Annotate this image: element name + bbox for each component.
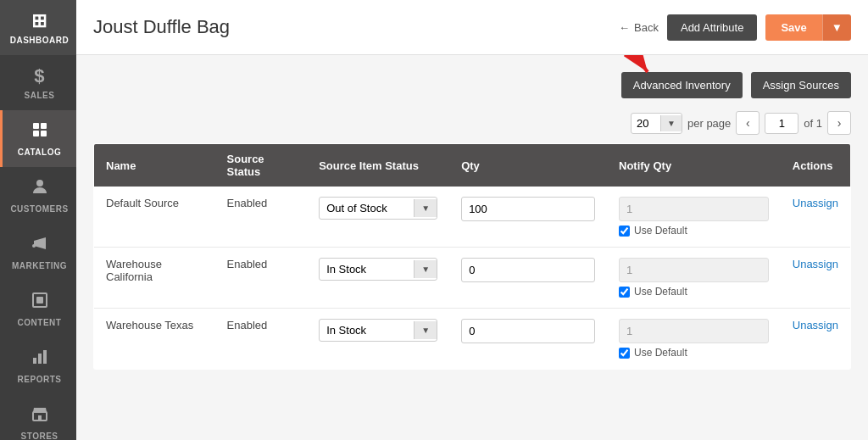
row-source-status: Enabled [215, 248, 308, 309]
source-item-status-select[interactable]: In Stock Out of Stock [320, 259, 414, 280]
status-select-dropdown-icon: ▼ [414, 260, 437, 278]
row-notify-qty: Use Default [607, 248, 781, 309]
notify-qty-input[interactable] [619, 197, 769, 221]
dashboard-icon: ⊞ [31, 10, 47, 32]
toolbar-row: Advanced Inventory Assign Sources [93, 72, 851, 98]
row-source-item-status: Out of Stock In Stock ▼ [307, 187, 449, 248]
notify-qty-input[interactable] [619, 319, 769, 343]
red-arrow-indicator [601, 55, 686, 89]
add-attribute-button[interactable]: Add Attribute [667, 14, 757, 41]
source-item-status-select-wrapper[interactable]: In Stock Out of Stock ▼ [319, 319, 437, 342]
prev-page-button[interactable]: ‹ [736, 111, 760, 135]
row-qty [449, 248, 607, 309]
svg-rect-7 [36, 297, 43, 304]
col-actions: Actions [781, 144, 851, 187]
source-item-status-select-wrapper[interactable]: Out of Stock In Stock ▼ [319, 197, 437, 220]
use-default-checkbox[interactable] [619, 226, 630, 237]
sidebar-item-customers[interactable]: CUSTOMERS [0, 167, 76, 224]
sidebar: ⊞ DASHBOARD $ SALES CATALOG CUSTOMERS MA… [0, 0, 76, 440]
sidebar-item-catalog[interactable]: CATALOG [0, 110, 76, 167]
back-button[interactable]: ← Back [619, 21, 659, 34]
svg-rect-8 [33, 358, 36, 364]
source-item-status-select[interactable]: In Stock Out of Stock [320, 320, 414, 341]
svg-rect-10 [43, 350, 47, 364]
use-default-row: Use Default [619, 225, 769, 237]
use-default-checkbox[interactable] [619, 348, 630, 359]
qty-input[interactable] [461, 319, 595, 343]
row-name: Warehouse Texas [94, 309, 215, 370]
svg-rect-12 [38, 415, 42, 421]
use-default-label: Use Default [634, 225, 687, 237]
notify-qty-input[interactable] [619, 258, 769, 282]
per-page-label: per page [687, 117, 731, 130]
pagination-row: 20 30 50 100 200 ▼ per page ‹ of 1 › [93, 111, 851, 135]
page-number-input[interactable] [765, 113, 798, 134]
col-notify-qty: Notify Qty [607, 144, 781, 187]
page-header: Joust Duffle Bag ← Back Add Attribute Sa… [76, 0, 868, 55]
per-page-dropdown-icon: ▼ [660, 115, 682, 131]
sidebar-item-dashboard[interactable]: ⊞ DASHBOARD [0, 0, 76, 55]
assign-sources-button[interactable]: Assign Sources [751, 72, 851, 98]
svg-rect-1 [41, 123, 47, 129]
use-default-row: Use Default [619, 286, 769, 298]
save-button[interactable]: Save [765, 14, 821, 41]
source-item-status-select[interactable]: Out of Stock In Stock [320, 198, 414, 219]
content-icon [31, 291, 49, 315]
sidebar-item-content[interactable]: CONTENT [0, 281, 76, 337]
svg-rect-3 [41, 131, 47, 136]
col-name: Name [94, 144, 215, 187]
svg-rect-9 [38, 354, 42, 364]
table-row: Default Source Enabled Out of Stock In S… [94, 187, 851, 248]
reports-icon [31, 348, 49, 371]
unassign-link[interactable]: Unassign [793, 319, 838, 331]
sales-icon: $ [34, 65, 45, 87]
row-qty [449, 187, 607, 248]
per-page-select-wrapper[interactable]: 20 30 50 100 200 ▼ [631, 113, 682, 134]
svg-point-4 [36, 180, 43, 187]
main-area: Joust Duffle Bag ← Back Add Attribute Sa… [76, 0, 868, 440]
unassign-link[interactable]: Unassign [793, 258, 838, 270]
sidebar-item-reports[interactable]: REPORTS [0, 337, 76, 394]
row-notify-qty: Use Default [607, 187, 781, 248]
use-default-checkbox[interactable] [619, 287, 630, 298]
save-dropdown-button[interactable]: ▼ [822, 14, 851, 41]
qty-input[interactable] [461, 258, 595, 282]
sources-table: Name Source Status Source Item Status Qt… [93, 143, 851, 370]
per-page-select[interactable]: 20 30 50 100 200 [632, 114, 660, 133]
row-source-item-status: In Stock Out of Stock ▼ [307, 309, 449, 370]
col-source-status: Source Status [215, 144, 308, 187]
row-actions: Unassign [781, 309, 851, 370]
use-default-label: Use Default [634, 347, 687, 359]
unassign-link[interactable]: Unassign [793, 197, 838, 209]
page-title: Joust Duffle Bag [93, 16, 230, 38]
row-source-item-status: In Stock Out of Stock ▼ [307, 248, 449, 309]
header-actions: ← Back Add Attribute Save ▼ [619, 14, 851, 41]
customers-icon [31, 177, 49, 201]
of-total-label: of 1 [804, 117, 822, 130]
catalog-icon [31, 120, 49, 144]
use-default-row: Use Default [619, 347, 769, 359]
row-actions: Unassign [781, 187, 851, 248]
row-notify-qty: Use Default [607, 309, 781, 370]
row-name: Default Source [94, 187, 215, 248]
back-arrow-icon: ← [619, 21, 630, 34]
row-source-status: Enabled [215, 187, 308, 248]
table-row: Warehouse California Enabled In Stock Ou… [94, 248, 851, 309]
sidebar-item-sales[interactable]: $ SALES [0, 55, 76, 110]
next-page-button[interactable]: › [827, 111, 851, 135]
status-select-dropdown-icon: ▼ [414, 321, 437, 339]
sidebar-item-stores[interactable]: STORES [0, 394, 76, 440]
row-source-status: Enabled [215, 309, 308, 370]
save-button-group: Save ▼ [765, 14, 851, 41]
stores-icon [31, 404, 49, 428]
content-area: Advanced Inventory Assign Sources 20 30 … [76, 55, 868, 440]
row-qty [449, 309, 607, 370]
table-row: Warehouse Texas Enabled In Stock Out of … [94, 309, 851, 370]
svg-rect-2 [33, 131, 39, 136]
qty-input[interactable] [461, 197, 595, 221]
marketing-icon [31, 234, 49, 258]
col-source-item-status: Source Item Status [307, 144, 449, 187]
sidebar-item-marketing[interactable]: MARKETING [0, 224, 76, 281]
svg-point-5 [32, 244, 36, 248]
source-item-status-select-wrapper[interactable]: In Stock Out of Stock ▼ [319, 258, 437, 281]
